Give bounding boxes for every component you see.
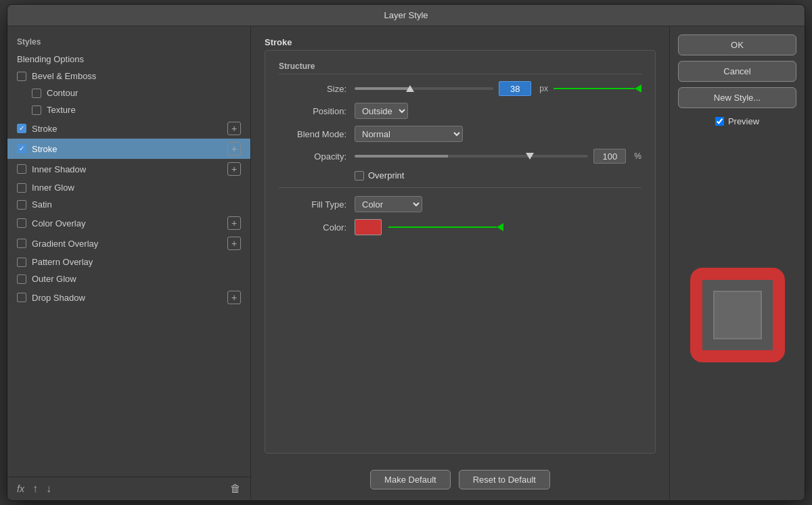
reset-to-default-button[interactable]: Reset to Default <box>459 470 550 489</box>
preview-row: Preview <box>678 116 796 126</box>
sidebar-item-inner-glow[interactable]: Inner Glow <box>7 179 250 196</box>
stroke2-label: Stroke <box>32 144 58 154</box>
position-row: Position: Outside Inside Center <box>279 103 641 119</box>
blend-mode-select[interactable]: Normal Dissolve Multiply Screen <box>355 126 463 142</box>
inner-shadow-checkbox[interactable] <box>17 164 26 174</box>
size-label: Size: <box>279 84 346 94</box>
color-row: Color: <box>279 219 641 235</box>
texture-checkbox[interactable] <box>32 105 41 115</box>
preview-checkbox[interactable] <box>715 117 724 126</box>
opacity-slider-thumb <box>526 153 534 160</box>
color-overlay-plus-btn[interactable]: + <box>227 216 241 230</box>
layer-style-dialog: Layer Style Styles Blending Options Beve… <box>7 4 805 501</box>
stroke1-checkbox[interactable] <box>17 124 26 133</box>
sidebar-item-gradient-overlay[interactable]: Gradient Overlay + <box>7 233 250 254</box>
sidebar-item-contour[interactable]: Contour <box>7 85 250 101</box>
satin-checkbox[interactable] <box>17 200 26 210</box>
pattern-overlay-label: Pattern Overlay <box>32 257 93 267</box>
make-default-button[interactable]: Make Default <box>370 470 451 489</box>
left-panel-footer: fx ↑ ↓ 🗑 <box>7 477 250 500</box>
fill-type-label: Fill Type: <box>279 199 346 210</box>
overprint-checkbox[interactable] <box>355 171 364 181</box>
contour-checkbox[interactable] <box>32 89 41 98</box>
bevel-emboss-checkbox[interactable] <box>17 72 26 81</box>
middle-panel: Stroke Structure Size: 38 px <box>251 26 669 500</box>
new-style-button[interactable]: New Style... <box>678 87 796 108</box>
gradient-overlay-label: Gradient Overlay <box>32 239 98 249</box>
left-panel: Styles Blending Options Bevel & Emboss C… <box>7 26 251 500</box>
position-label: Position: <box>279 106 346 116</box>
color-swatch[interactable] <box>355 219 382 235</box>
color-label: Color: <box>279 222 346 233</box>
position-select[interactable]: Outside Inside Center <box>355 103 408 119</box>
dialog-body: Styles Blending Options Bevel & Emboss C… <box>7 26 805 500</box>
opacity-row: Opacity: 100 % <box>279 149 641 164</box>
drop-shadow-checkbox[interactable] <box>17 293 26 302</box>
sidebar-item-bevel-emboss[interactable]: Bevel & Emboss <box>7 68 250 85</box>
color-overlay-label: Color Overlay <box>32 218 85 229</box>
outer-glow-checkbox[interactable] <box>17 274 26 284</box>
color-overlay-checkbox[interactable] <box>17 218 26 228</box>
opacity-slider-container: 100 % <box>355 149 641 164</box>
size-slider[interactable] <box>355 87 493 90</box>
stroke1-plus-btn[interactable]: + <box>227 122 241 135</box>
sidebar-item-texture[interactable]: Texture <box>7 101 250 118</box>
sidebar-item-inner-shadow[interactable]: Inner Shadow + <box>7 159 250 179</box>
sidebar-item-stroke2[interactable]: Stroke + <box>7 139 250 159</box>
color-arrow-indicator <box>388 223 503 231</box>
sidebar-item-color-overlay[interactable]: Color Overlay + <box>7 213 250 233</box>
stroke-content-area: Structure Size: 38 px <box>265 50 656 454</box>
bevel-emboss-label: Bevel & Emboss <box>32 71 96 81</box>
size-input[interactable]: 38 <box>499 81 531 96</box>
gradient-overlay-plus-btn[interactable]: + <box>227 237 241 250</box>
sidebar-item-blending-options[interactable]: Blending Options <box>7 51 250 68</box>
sidebar-item-satin[interactable]: Satin <box>7 196 250 213</box>
opacity-input[interactable]: 100 <box>593 149 626 164</box>
pattern-overlay-checkbox[interactable] <box>17 258 26 267</box>
drop-shadow-plus-btn[interactable]: + <box>227 291 241 304</box>
inner-shadow-plus-btn[interactable]: + <box>227 162 241 176</box>
drop-shadow-label: Drop Shadow <box>32 293 85 303</box>
overprint-label: Overprint <box>368 170 404 181</box>
texture-label: Texture <box>47 105 76 115</box>
color-arrow-head <box>497 223 503 231</box>
fill-type-select[interactable]: Color Gradient Pattern <box>355 196 422 212</box>
down-arrow-icon: ↓ <box>46 483 51 495</box>
sidebar-item-stroke1[interactable]: Stroke + <box>7 118 250 139</box>
dialog-title: Layer Style <box>384 10 428 20</box>
satin-label: Satin <box>32 199 52 210</box>
sidebar-item-outer-glow[interactable]: Outer Glow <box>7 270 250 287</box>
stroke2-checkbox[interactable] <box>17 144 26 153</box>
up-arrow-icon: ↑ <box>32 483 38 495</box>
arrow-head <box>635 85 641 93</box>
gradient-overlay-checkbox[interactable] <box>17 239 26 248</box>
size-slider-container: 38 px <box>355 81 548 96</box>
sidebar-item-pattern-overlay[interactable]: Pattern Overlay <box>7 254 250 270</box>
opacity-label: Opacity: <box>279 151 346 162</box>
preview-label: Preview <box>728 116 759 126</box>
preview-box <box>690 268 785 362</box>
preview-canvas <box>678 137 796 492</box>
opacity-slider[interactable] <box>355 155 588 158</box>
cancel-button[interactable]: Cancel <box>678 61 796 82</box>
ok-button[interactable]: OK <box>678 34 796 55</box>
size-arrow-indicator <box>554 85 641 93</box>
overprint-row: Overprint <box>279 170 641 181</box>
stroke2-plus-btn[interactable]: + <box>227 142 241 155</box>
overprint-checkbox-row: Overprint <box>355 170 404 181</box>
trash-icon: 🗑 <box>230 483 241 495</box>
styles-list: Styles Blending Options Bevel & Emboss C… <box>7 26 250 477</box>
sidebar-item-drop-shadow[interactable]: Drop Shadow + <box>7 287 250 308</box>
styles-label: Styles <box>7 33 250 51</box>
size-row: Size: 38 px <box>279 81 641 96</box>
inner-glow-checkbox[interactable] <box>17 183 26 193</box>
move-up-button[interactable]: ↑ <box>32 483 38 495</box>
inner-shadow-label: Inner Shadow <box>32 164 86 174</box>
blending-options-label: Blending Options <box>17 54 84 64</box>
color-arrow-line <box>388 226 497 228</box>
fx-label: fx <box>17 483 24 494</box>
move-down-button[interactable]: ↓ <box>46 483 51 495</box>
blend-mode-label: Blend Mode: <box>279 129 346 139</box>
bottom-buttons: Make Default Reset to Default <box>265 470 656 489</box>
delete-style-button[interactable]: 🗑 <box>230 483 241 495</box>
